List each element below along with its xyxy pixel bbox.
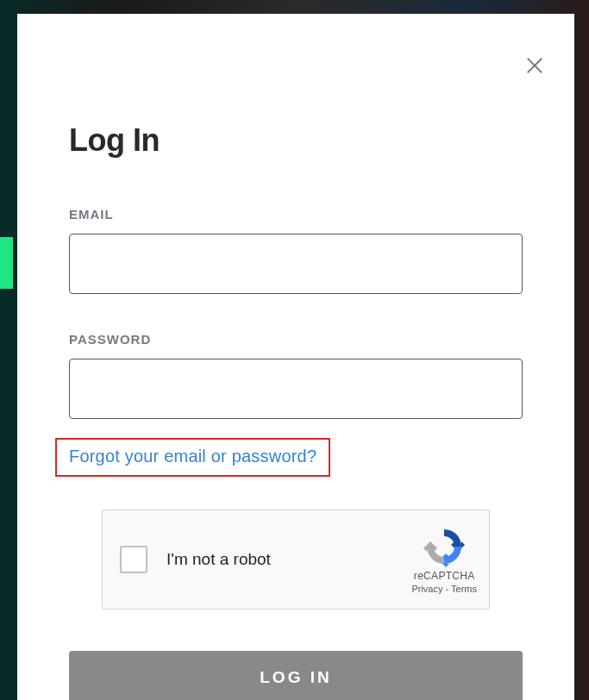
modal-title: Log In bbox=[69, 122, 523, 159]
recaptcha-branding: reCAPTCHA Privacy - Terms bbox=[411, 526, 477, 594]
recaptcha-legal-links: Privacy - Terms bbox=[411, 584, 477, 594]
recaptcha-privacy-link[interactable]: Privacy bbox=[411, 584, 442, 594]
recaptcha-icon bbox=[423, 526, 465, 567]
password-label: PASSWORD bbox=[69, 332, 523, 347]
recaptcha-brand-text: reCAPTCHA bbox=[414, 570, 475, 582]
recaptcha-terms-link[interactable]: Terms bbox=[451, 584, 477, 594]
close-button[interactable] bbox=[524, 55, 545, 76]
recaptcha-separator: - bbox=[442, 584, 451, 594]
forgot-password-link[interactable]: Forgot your email or password? bbox=[69, 447, 316, 466]
email-input[interactable] bbox=[69, 234, 523, 294]
recaptcha-widget: I'm not a robot reCAPTCHA Privacy - Term… bbox=[102, 509, 490, 609]
login-submit-button[interactable]: LOG IN bbox=[69, 651, 523, 700]
close-icon bbox=[525, 56, 544, 75]
recaptcha-label: I'm not a robot bbox=[166, 550, 411, 569]
login-modal: Log In EMAIL PASSWORD Forgot your email … bbox=[17, 14, 574, 700]
password-input[interactable] bbox=[69, 359, 523, 419]
email-label: EMAIL bbox=[69, 207, 523, 222]
recaptcha-checkbox[interactable] bbox=[120, 546, 147, 573]
forgot-link-highlight: Forgot your email or password? bbox=[55, 438, 330, 477]
